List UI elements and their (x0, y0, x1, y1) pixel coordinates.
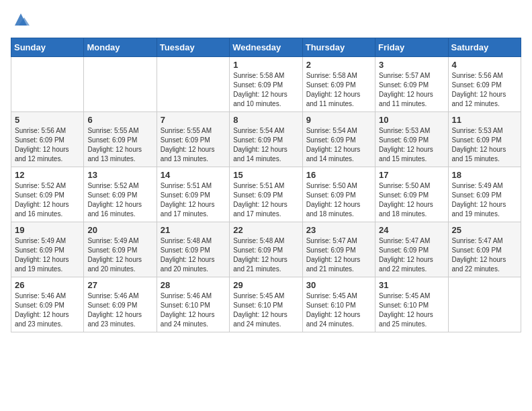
calendar-cell: 16Sunrise: 5:50 AM Sunset: 6:09 PM Dayli… (302, 167, 375, 222)
calendar-cell: 6Sunrise: 5:55 AM Sunset: 6:09 PM Daylig… (84, 112, 157, 167)
day-number: 20 (87, 225, 152, 235)
day-info: Sunrise: 5:58 AM Sunset: 6:09 PM Dayligh… (306, 71, 371, 109)
day-info: Sunrise: 5:46 AM Sunset: 6:10 PM Dayligh… (161, 291, 226, 329)
day-info: Sunrise: 5:54 AM Sunset: 6:09 PM Dayligh… (306, 126, 371, 164)
day-info: Sunrise: 5:53 AM Sunset: 6:09 PM Dayligh… (452, 126, 517, 164)
calendar-cell: 20Sunrise: 5:49 AM Sunset: 6:09 PM Dayli… (84, 222, 157, 277)
calendar-cell (84, 57, 157, 112)
calendar-cell: 25Sunrise: 5:47 AM Sunset: 6:09 PM Dayli… (448, 222, 521, 277)
day-number: 28 (161, 280, 226, 290)
day-info: Sunrise: 5:47 AM Sunset: 6:09 PM Dayligh… (306, 236, 371, 274)
calendar-cell: 22Sunrise: 5:48 AM Sunset: 6:09 PM Dayli… (230, 222, 302, 277)
calendar-cell: 11Sunrise: 5:53 AM Sunset: 6:09 PM Dayli… (448, 112, 521, 167)
calendar-cell: 9Sunrise: 5:54 AM Sunset: 6:09 PM Daylig… (302, 112, 375, 167)
day-info: Sunrise: 5:55 AM Sunset: 6:09 PM Dayligh… (87, 126, 152, 164)
day-info: Sunrise: 5:52 AM Sunset: 6:09 PM Dayligh… (87, 181, 152, 219)
calendar-cell: 4Sunrise: 5:56 AM Sunset: 6:09 PM Daylig… (448, 57, 521, 112)
calendar-week-4: 19Sunrise: 5:49 AM Sunset: 6:09 PM Dayli… (11, 222, 521, 277)
calendar-cell: 19Sunrise: 5:49 AM Sunset: 6:09 PM Dayli… (11, 222, 84, 277)
day-info: Sunrise: 5:51 AM Sunset: 6:09 PM Dayligh… (161, 181, 226, 219)
calendar-cell: 7Sunrise: 5:55 AM Sunset: 6:09 PM Daylig… (157, 112, 229, 167)
day-info: Sunrise: 5:47 AM Sunset: 6:09 PM Dayligh… (379, 236, 444, 274)
weekday-sunday: Sunday (11, 38, 84, 57)
calendar-week-5: 26Sunrise: 5:46 AM Sunset: 6:09 PM Dayli… (11, 277, 521, 332)
day-info: Sunrise: 5:49 AM Sunset: 6:09 PM Dayligh… (15, 236, 80, 274)
day-info: Sunrise: 5:48 AM Sunset: 6:09 PM Dayligh… (233, 236, 298, 274)
day-number: 11 (452, 115, 517, 125)
day-number: 26 (15, 280, 80, 290)
day-info: Sunrise: 5:50 AM Sunset: 6:09 PM Dayligh… (379, 181, 444, 219)
day-info: Sunrise: 5:45 AM Sunset: 6:10 PM Dayligh… (233, 291, 298, 329)
calendar-cell: 15Sunrise: 5:51 AM Sunset: 6:09 PM Dayli… (230, 167, 302, 222)
calendar-cell: 3Sunrise: 5:57 AM Sunset: 6:09 PM Daylig… (375, 57, 448, 112)
weekday-thursday: Thursday (302, 38, 375, 57)
day-number: 10 (379, 115, 444, 125)
day-number: 12 (15, 170, 80, 180)
calendar-cell (448, 277, 521, 332)
day-info: Sunrise: 5:56 AM Sunset: 6:09 PM Dayligh… (452, 71, 517, 109)
day-number: 14 (161, 170, 226, 180)
weekday-wednesday: Wednesday (230, 38, 302, 57)
day-info: Sunrise: 5:46 AM Sunset: 6:09 PM Dayligh… (87, 291, 152, 329)
calendar-week-3: 12Sunrise: 5:52 AM Sunset: 6:09 PM Dayli… (11, 167, 521, 222)
day-number: 23 (306, 225, 371, 235)
logo (11, 11, 30, 30)
calendar-cell: 29Sunrise: 5:45 AM Sunset: 6:10 PM Dayli… (230, 277, 302, 332)
day-number: 8 (233, 115, 298, 125)
calendar-cell: 14Sunrise: 5:51 AM Sunset: 6:09 PM Dayli… (157, 167, 229, 222)
day-info: Sunrise: 5:50 AM Sunset: 6:09 PM Dayligh… (306, 181, 371, 219)
day-number: 18 (452, 170, 517, 180)
day-number: 22 (233, 225, 298, 235)
day-number: 27 (87, 280, 152, 290)
calendar-cell: 12Sunrise: 5:52 AM Sunset: 6:09 PM Dayli… (11, 167, 84, 222)
calendar-cell: 8Sunrise: 5:54 AM Sunset: 6:09 PM Daylig… (230, 112, 302, 167)
day-info: Sunrise: 5:45 AM Sunset: 6:10 PM Dayligh… (379, 291, 444, 329)
day-info: Sunrise: 5:58 AM Sunset: 6:09 PM Dayligh… (233, 71, 298, 109)
day-info: Sunrise: 5:55 AM Sunset: 6:09 PM Dayligh… (161, 126, 226, 164)
calendar-cell (11, 57, 84, 112)
calendar-cell (157, 57, 229, 112)
calendar-cell: 23Sunrise: 5:47 AM Sunset: 6:09 PM Dayli… (302, 222, 375, 277)
day-number: 13 (87, 170, 152, 180)
calendar-cell: 13Sunrise: 5:52 AM Sunset: 6:09 PM Dayli… (84, 167, 157, 222)
day-number: 24 (379, 225, 444, 235)
day-info: Sunrise: 5:49 AM Sunset: 6:09 PM Dayligh… (87, 236, 152, 274)
calendar-body: 1Sunrise: 5:58 AM Sunset: 6:09 PM Daylig… (11, 57, 521, 332)
day-info: Sunrise: 5:45 AM Sunset: 6:10 PM Dayligh… (306, 291, 371, 329)
day-info: Sunrise: 5:51 AM Sunset: 6:09 PM Dayligh… (233, 181, 298, 219)
calendar-cell: 31Sunrise: 5:45 AM Sunset: 6:10 PM Dayli… (375, 277, 448, 332)
calendar-cell: 2Sunrise: 5:58 AM Sunset: 6:09 PM Daylig… (302, 57, 375, 112)
day-number: 29 (233, 280, 298, 290)
day-number: 6 (87, 115, 152, 125)
weekday-friday: Friday (375, 38, 448, 57)
calendar-week-2: 5Sunrise: 5:56 AM Sunset: 6:09 PM Daylig… (11, 112, 521, 167)
day-info: Sunrise: 5:56 AM Sunset: 6:09 PM Dayligh… (15, 126, 80, 164)
day-number: 1 (233, 60, 298, 70)
calendar-cell: 1Sunrise: 5:58 AM Sunset: 6:09 PM Daylig… (230, 57, 302, 112)
day-number: 3 (379, 60, 444, 70)
calendar-table: SundayMondayTuesdayWednesdayThursdayFrid… (11, 38, 521, 332)
day-info: Sunrise: 5:46 AM Sunset: 6:09 PM Dayligh… (15, 291, 80, 329)
day-number: 30 (306, 280, 371, 290)
day-info: Sunrise: 5:53 AM Sunset: 6:09 PM Dayligh… (379, 126, 444, 164)
calendar-cell: 30Sunrise: 5:45 AM Sunset: 6:10 PM Dayli… (302, 277, 375, 332)
calendar-cell: 5Sunrise: 5:56 AM Sunset: 6:09 PM Daylig… (11, 112, 84, 167)
calendar-cell: 17Sunrise: 5:50 AM Sunset: 6:09 PM Dayli… (375, 167, 448, 222)
weekday-monday: Monday (84, 38, 157, 57)
calendar-cell: 21Sunrise: 5:48 AM Sunset: 6:09 PM Dayli… (157, 222, 229, 277)
day-number: 31 (379, 280, 444, 290)
day-number: 9 (306, 115, 371, 125)
day-number: 5 (15, 115, 80, 125)
calendar-week-1: 1Sunrise: 5:58 AM Sunset: 6:09 PM Daylig… (11, 57, 521, 112)
day-number: 19 (15, 225, 80, 235)
day-number: 2 (306, 60, 371, 70)
day-info: Sunrise: 5:57 AM Sunset: 6:09 PM Dayligh… (379, 71, 444, 109)
calendar-cell: 24Sunrise: 5:47 AM Sunset: 6:09 PM Dayli… (375, 222, 448, 277)
day-number: 15 (233, 170, 298, 180)
day-number: 4 (452, 60, 517, 70)
day-info: Sunrise: 5:49 AM Sunset: 6:09 PM Dayligh… (452, 181, 517, 219)
weekday-header-row: SundayMondayTuesdayWednesdayThursdayFrid… (11, 38, 521, 57)
day-number: 7 (161, 115, 226, 125)
calendar-cell: 18Sunrise: 5:49 AM Sunset: 6:09 PM Dayli… (448, 167, 521, 222)
day-info: Sunrise: 5:54 AM Sunset: 6:09 PM Dayligh… (233, 126, 298, 164)
